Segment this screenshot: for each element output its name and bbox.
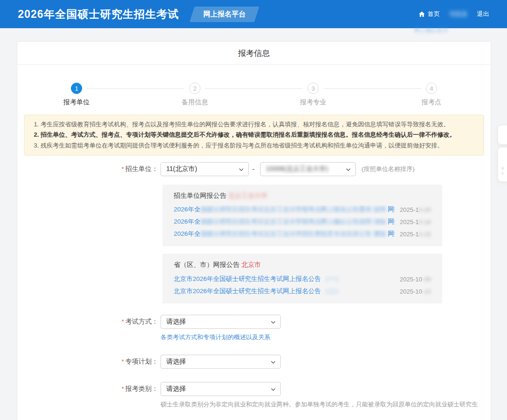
unit-announcement-title: 招生单位网报公告 北京工业大学	[174, 192, 431, 200]
special-plan-select-value: 请选择	[166, 358, 186, 366]
step-1-unit: 1 报考单位	[17, 83, 136, 112]
home-icon	[418, 11, 425, 18]
site-badge: 网上报名平台	[192, 7, 257, 22]
floating-widget-top[interactable]	[498, 125, 507, 145]
unit-row: *招生单位： 11(北京市) - 10006(北京工业大学) (按照单位名称排序…	[17, 162, 491, 176]
blur-artifact: 网上确认提示	[414, 26, 470, 32]
unit-label: *招生单位：	[17, 165, 158, 173]
unit-announcement-link[interactable]: 2026年全国硕士研究生招生考试北京工业大学报考点网上确认公告说明 须知 网报公…	[174, 218, 395, 226]
top-bar: 2026年全国硕士研究生招生考试 网上报名平台 首页 张某某 退出	[0, 0, 507, 28]
step-2-label: 备用信息	[182, 98, 208, 107]
special-plan-row: *专项计划： 请选择	[17, 355, 491, 369]
step-connector	[205, 88, 303, 89]
top-nav: 首页 张某某 退出	[418, 10, 489, 18]
step-2-circle: 2	[189, 83, 200, 94]
chevron-down-icon	[346, 166, 351, 172]
notice-box: 1. 考生应按省级教育招生考试机构、报考点以及报考招生单位的网报公告要求进行报名…	[24, 115, 484, 156]
category-select-value: 请选择	[166, 385, 186, 393]
unit-name-redacted: 北京工业大学	[228, 192, 268, 199]
announcement-row: 北京市2026年全国硕士研究生招生考试网上报名公告 （一） 2025-10-09	[174, 275, 431, 283]
province-announcement-title: 省（区、市）网报公告 北京市	[174, 261, 431, 269]
nav-home-label: 首页	[428, 10, 440, 18]
announcement-row: 2026年全国硕士研究生招生考试北京工业大学招生章程及专业目录公告 通知 网报公…	[174, 230, 431, 238]
announcement-date: 2025-10-10	[399, 288, 431, 295]
required-mark: *	[122, 318, 124, 325]
unit-sort-note: (按照单位名称排序)	[361, 165, 415, 173]
main-card: 报考信息 1 报考单位 2 备用信息 3 报考专业 4 报考点 1. 考生应按省…	[17, 41, 491, 420]
category-select[interactable]: 请选择	[161, 382, 281, 396]
announcement-date: 2025-10-15	[399, 231, 431, 238]
step-3-label: 报考专业	[300, 98, 326, 107]
required-mark: *	[122, 165, 124, 172]
announcement-date: 2025-10-18	[399, 218, 431, 226]
chevron-down-icon	[270, 386, 276, 392]
step-connector	[87, 88, 184, 89]
chevron-down-icon	[270, 319, 276, 325]
required-mark: *	[122, 358, 124, 365]
exam-method-info-link[interactable]: 各类考试方式和专项计划的概述以及关系	[161, 334, 270, 341]
step-3-circle: 3	[307, 83, 319, 94]
chevron-down-icon	[270, 359, 276, 365]
step-1-circle: 1	[71, 83, 82, 94]
step-2-backup-info: 2 备用信息	[136, 83, 254, 112]
unit-select-value-redacted: 10006(北京工业大学)	[266, 165, 328, 173]
exam-method-label: *考试方式：	[17, 318, 158, 326]
step-4-exam-site: 4 报考点	[372, 83, 491, 112]
floating-widget-bottom[interactable]: ≡≈	[498, 147, 507, 182]
announcement-row: 2026年全国硕士研究生招生考试北京工业大学报考点网上报名公告要求 说明 网报公…	[174, 205, 431, 214]
page-title: 报考信息	[17, 42, 491, 65]
province-select-value: 11(北京市)	[166, 165, 197, 173]
widget-glyph: ≡≈	[501, 166, 504, 177]
unit-announcement-link[interactable]: 2026年全国硕士研究生招生考试北京工业大学报考点网上报名公告要求 说明 网报公…	[174, 205, 395, 214]
category-note: 硕士生录取类别分为非定向就业和定向就业两种。参加单独考试的考生，只能被录取为回原…	[161, 400, 491, 409]
province-announcement-link[interactable]: 北京市2026年全国硕士研究生招生考试网上报名公告 （二）	[174, 287, 342, 296]
unit-select[interactable]: 10006(北京工业大学)	[260, 162, 356, 176]
announcement-row: 2026年全国硕士研究生招生考试北京工业大学报考点网上确认公告说明 须知 网报公…	[174, 218, 431, 226]
announcement-date: 2025-10-20	[399, 206, 431, 213]
nav-logout[interactable]: 退出	[477, 10, 489, 18]
unit-announcement-link[interactable]: 2026年全国硕士研究生招生考试北京工业大学招生章程及专业目录公告 通知 网报公…	[174, 230, 395, 238]
notice-line-3: 3. 残疾考生如需组考单位在考试期间提供合理考试便利服务的，应于报名阶段与考点所…	[34, 140, 474, 151]
unit-announcement-box: 招生单位网报公告 北京工业大学 2026年全国硕士研究生招生考试北京工业大学报考…	[162, 185, 442, 246]
nav-username[interactable]: 张某某	[449, 10, 468, 18]
chevron-down-icon	[238, 166, 244, 172]
exam-method-select[interactable]: 请选择	[161, 315, 281, 329]
registration-form: *招生单位： 11(北京市) - 10006(北京工业大学) (按照单位名称排序…	[17, 156, 491, 420]
required-mark: *	[122, 385, 124, 392]
step-connector	[323, 88, 421, 89]
site-title: 2026年全国硕士研究生招生考试	[18, 7, 179, 22]
nav-home[interactable]: 首页	[418, 10, 440, 18]
exam-method-row: *考试方式： 请选择	[17, 315, 491, 329]
special-plan-select[interactable]: 请选择	[161, 355, 281, 369]
special-plan-label: *专项计划：	[17, 358, 158, 366]
step-1-label: 报考单位	[63, 98, 90, 107]
exam-method-info-row: 各类考试方式和专项计划的概述以及关系	[161, 333, 491, 342]
separator-dash: -	[252, 165, 254, 173]
notice-line-2: 2. 招生单位、考试方式、报考点、专项计划等关键信息提交后不允许修改，确有错误需…	[34, 130, 474, 140]
step-indicator: 1 报考单位 2 备用信息 3 报考专业 4 报考点	[17, 65, 491, 112]
step-3-major: 3 报考专业	[254, 83, 372, 112]
announcement-date: 2025-10-09	[399, 276, 431, 283]
province-select[interactable]: 11(北京市)	[161, 162, 249, 176]
step-4-circle: 4	[426, 83, 437, 94]
notice-line-1: 1. 考生应按省级教育招生考试机构、报考点以及报考招生单位的网报公告要求进行报名…	[34, 119, 474, 130]
province-announcement-box: 省（区、市）网报公告 北京市 北京市2026年全国硕士研究生招生考试网上报名公告…	[162, 254, 442, 303]
step-4-label: 报考点	[422, 98, 441, 107]
exam-method-select-value: 请选择	[166, 318, 186, 326]
region-name: 北京市	[241, 261, 261, 268]
category-label: *报考类别：	[17, 385, 158, 393]
announcement-row: 北京市2026年全国硕士研究生招生考试网上报名公告 （二） 2025-10-10	[174, 287, 431, 296]
category-row: *报考类别： 请选择	[17, 382, 491, 396]
province-announcement-link[interactable]: 北京市2026年全国硕士研究生招生考试网上报名公告 （一）	[174, 275, 342, 283]
